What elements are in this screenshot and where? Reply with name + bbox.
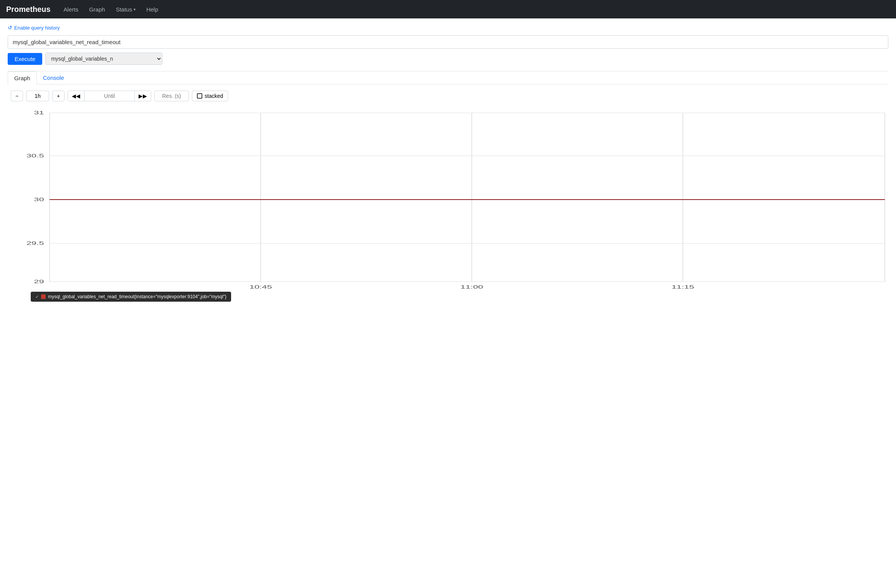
tab-graph[interactable]: Graph	[8, 71, 37, 84]
until-input[interactable]	[84, 91, 134, 101]
time-back-button[interactable]: ◀◀	[68, 91, 84, 101]
status-dropdown-arrow: ▾	[134, 7, 136, 12]
y-label-29: 29	[34, 279, 44, 284]
legend: ✓ mysql_global_variables_net_read_timeou…	[31, 292, 231, 302]
chart-svg: 31 30.5 30 29.5 29 10:45 11:00 11:15	[8, 106, 888, 290]
duration-input[interactable]	[26, 91, 49, 101]
y-label-30-5: 30.5	[26, 153, 44, 158]
stacked-button[interactable]: stacked	[192, 91, 228, 101]
zoom-out-button[interactable]: −	[11, 91, 23, 101]
enable-query-history[interactable]: ↺ Enable query history	[8, 25, 888, 31]
legend-color-box	[41, 294, 46, 299]
y-label-30: 30	[34, 197, 44, 202]
nav-graph[interactable]: Graph	[85, 5, 109, 14]
nav-help[interactable]: Help	[142, 5, 162, 14]
main-content: ↺ Enable query history Execute mysql_glo…	[0, 18, 896, 308]
execute-row: Execute mysql_global_variables_net_read_…	[8, 53, 888, 65]
legend-label: mysql_global_variables_net_read_timeout{…	[48, 294, 226, 299]
tab-console[interactable]: Console	[37, 71, 70, 84]
legend-check-icon: ✓	[35, 294, 39, 299]
nav-status[interactable]: Status ▾	[112, 5, 140, 14]
chart-container: 31 30.5 30 29.5 29 10:45 11:00 11:15	[8, 106, 888, 290]
nav-alerts[interactable]: Alerts	[60, 5, 82, 14]
navbar: Prometheus Alerts Graph Status ▾ Help	[0, 0, 896, 18]
y-label-29-5: 29.5	[26, 240, 44, 246]
zoom-in-button[interactable]: +	[52, 91, 64, 101]
y-label-31: 31	[34, 110, 44, 115]
query-input[interactable]	[8, 35, 888, 49]
execute-button[interactable]: Execute	[8, 53, 42, 65]
x-label-1115: 11:15	[671, 284, 694, 289]
time-forward-button[interactable]: ▶▶	[134, 91, 151, 101]
metric-select[interactable]: mysql_global_variables_net_read_timeoutm…	[45, 53, 162, 65]
time-navigation: ◀◀ ▶▶	[68, 91, 151, 101]
tab-bar: Graph Console	[8, 71, 888, 84]
history-icon: ↺	[8, 25, 12, 31]
brand: Prometheus	[6, 5, 51, 14]
graph-controls: − + ◀◀ ▶▶ stacked	[8, 91, 888, 101]
resolution-input[interactable]	[154, 91, 189, 101]
x-label-1100: 11:00	[460, 284, 483, 289]
stacked-checkbox-icon	[197, 93, 202, 99]
x-label-1045: 10:45	[249, 284, 272, 289]
